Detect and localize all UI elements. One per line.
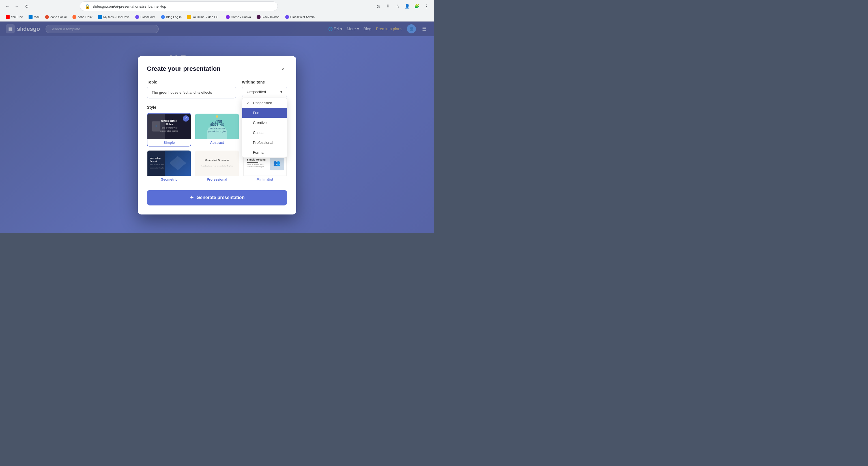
download-icon[interactable]: ⬇ [384, 2, 392, 10]
bookmark-youtube-fil[interactable]: YouTube Video Fil... [185, 14, 222, 20]
style-card-professional[interactable]: Minimalist BusinessHere is where your pr… [195, 150, 239, 183]
bookmarks-bar: YouTube Mail Zoho Social Zoho Desk My fi… [0, 12, 434, 22]
address-bar[interactable]: 🔒 slidesgo.com/ai-presentations#rs=banne… [80, 1, 278, 11]
modal-close-button[interactable]: × [279, 65, 287, 73]
tone-dropdown-menu: Unspecified Fun Creative Casual Professi… [242, 98, 287, 158]
forward-button[interactable]: → [13, 2, 21, 10]
bookmark-slack[interactable]: Slack Inknoe [254, 14, 282, 20]
tone-label: Writing tone [242, 80, 287, 84]
refresh-button[interactable]: ↻ [23, 2, 31, 10]
bookmark-onedrive[interactable]: My files - OneDrive [96, 14, 132, 20]
style-card-simple[interactable]: 👤 Simple BlackSlidesHere is where yourpr… [147, 113, 191, 146]
style-abstract-label: Abstract [195, 141, 239, 146]
google-icon[interactable]: G [374, 2, 382, 10]
modal-header: Create your presentation × [147, 65, 287, 73]
topic-tone-row: Topic Writing tone Unspecified ▾ Unspeci… [147, 80, 287, 98]
bookmark-zoho-social[interactable]: Zoho Social [43, 14, 69, 20]
style-card-geometric[interactable]: InternshipReportHere is where yourpresen… [147, 150, 191, 183]
generate-icon: ✦ [190, 195, 194, 201]
menu-icon[interactable]: ⋮ [422, 2, 431, 10]
style-minimalist-label: Minimalist [243, 177, 287, 183]
bookmark-classpoint[interactable]: ClassPoint [133, 14, 158, 20]
chevron-down-icon: ▾ [280, 90, 282, 94]
browser-toolbar: ← → ↻ 🔒 slidesgo.com/ai-presentations#rs… [0, 0, 434, 12]
style-simple-label: Simple [147, 141, 191, 146]
create-presentation-modal: Create your presentation × Topic Writing… [138, 56, 296, 214]
tone-option-fun[interactable]: Fun [242, 108, 287, 118]
extension-icon[interactable]: 🧩 [412, 2, 421, 10]
nav-buttons: ← → ↻ [3, 2, 31, 10]
topic-group: Topic [147, 80, 236, 98]
generate-presentation-button[interactable]: ✦ Generate presentation [147, 190, 287, 205]
browser-chrome: ← → ↻ 🔒 slidesgo.com/ai-presentations#rs… [0, 0, 434, 22]
style-professional-label: Professional [195, 177, 239, 183]
tone-option-creative[interactable]: Creative [242, 118, 287, 128]
style-geometric-label: Geometric [147, 177, 191, 183]
bookmark-youtube[interactable]: YouTube [3, 14, 25, 20]
style-card-abstract[interactable]: LIVINEMEETINGHere is where yourpresentat… [195, 113, 239, 146]
lock-icon: 🔒 [85, 4, 90, 9]
tone-selected-value: Unspecified [247, 90, 266, 94]
tone-select[interactable]: Unspecified ▾ [242, 87, 287, 97]
star-icon[interactable]: ☆ [393, 2, 402, 10]
generate-label: Generate presentation [197, 195, 245, 200]
bookmark-classpoint-admin[interactable]: ClassPoint Admin [283, 14, 317, 20]
page-background: ▦ slidesgo 🌐 EN ▾ More ▾ Blog Premium pl… [0, 22, 434, 233]
bookmark-mail[interactable]: Mail [26, 14, 41, 20]
url-text: slidesgo.com/ai-presentations#rs=banner-… [93, 4, 166, 8]
toolbar-icons: G ⬇ ☆ 👤 🧩 ⋮ [374, 2, 431, 10]
modal-title: Create your presentation [147, 65, 220, 72]
tone-option-unspecified[interactable]: Unspecified [242, 98, 287, 108]
tone-option-professional[interactable]: Professional [242, 138, 287, 147]
bookmark-blog[interactable]: Blog Log in [159, 14, 184, 20]
writing-tone-group: Writing tone Unspecified ▾ Unspecified F… [242, 80, 287, 97]
profile-icon[interactable]: 👤 [403, 2, 411, 10]
topic-label: Topic [147, 80, 236, 84]
topic-input[interactable] [147, 87, 236, 98]
bookmark-canva[interactable]: Home - Canva [223, 14, 253, 20]
tone-option-formal[interactable]: Formal [242, 147, 287, 157]
bookmark-zoho-desk[interactable]: Zoho Desk [70, 14, 95, 20]
back-button[interactable]: ← [3, 2, 11, 10]
tone-option-casual[interactable]: Casual [242, 128, 287, 138]
